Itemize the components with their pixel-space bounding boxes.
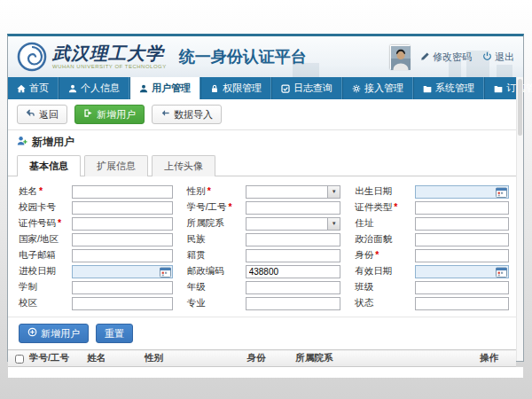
section-title: 新增用户 — [32, 135, 74, 150]
text-input[interactable] — [72, 185, 173, 199]
form-field: 国家/地区 — [19, 231, 173, 247]
date-input[interactable] — [416, 186, 508, 198]
form-field: 性别* ▼ — [187, 184, 341, 200]
platform-title: 统一身份认证平台 — [179, 46, 307, 67]
form-field: 电子邮箱 — [19, 247, 173, 263]
nav-tab-2[interactable]: 用户管理 — [129, 77, 200, 99]
nav-tab-4[interactable]: 日志查询 — [271, 77, 342, 99]
required-asterisk: * — [207, 185, 211, 196]
form-field: 证件类型* — [355, 200, 509, 215]
submit-button-label: 新增用户 — [41, 328, 80, 340]
field-label: 邮政编码 — [187, 265, 246, 278]
form-field: 所属院系 ▼ — [187, 215, 341, 231]
table-header-2[interactable]: 性别 — [143, 350, 245, 367]
building-silhouette — [293, 63, 319, 77]
nav-tab-icon — [17, 84, 26, 93]
field-label: 性别* — [187, 185, 246, 198]
text-input[interactable] — [415, 201, 509, 215]
select-value — [246, 218, 328, 230]
user-table: 学号/工号姓名性别身份所属院系操作 — [8, 349, 516, 367]
dropdown-arrow-icon[interactable]: ▼ — [327, 186, 340, 198]
text-input[interactable] — [72, 233, 173, 246]
required-asterisk: * — [58, 217, 61, 228]
select-all-checkbox[interactable] — [15, 355, 24, 364]
form-field: 校园卡号 — [19, 200, 173, 215]
field-label: 校园卡号 — [19, 201, 72, 214]
select-field[interactable]: ▼ — [246, 217, 341, 231]
nav-tab-3[interactable]: 权限管理 — [200, 77, 271, 99]
date-input[interactable] — [73, 266, 172, 278]
logout-label: 退出 — [495, 51, 514, 64]
select-field[interactable]: ▼ — [246, 185, 341, 199]
text-input[interactable] — [415, 281, 509, 294]
text-input[interactable] — [415, 297, 509, 310]
add-user-toolbar-button[interactable]: 新增用户 — [74, 105, 145, 124]
text-input[interactable] — [72, 281, 173, 294]
main-nav: 首页 个人信息 用户管理 权限管理 日志查询 接入管理 系统管理 订阅管理 — [8, 77, 523, 99]
form-column-3: 出生日期 证件类型* 住址 政治面貌 身份* 有效日期 班级 状态 — [355, 184, 509, 311]
submit-add-user-button[interactable]: 新增用户 — [19, 324, 89, 343]
nav-tab-label: 首页 — [29, 82, 49, 95]
data-import-button[interactable]: 数据导入 — [152, 105, 222, 124]
building-silhouette — [497, 65, 512, 77]
calendar-icon[interactable] — [496, 267, 507, 278]
vertical-scrollbar[interactable] — [516, 77, 523, 361]
form-field: 身份* — [355, 247, 509, 263]
form-field: 班级 — [355, 279, 509, 295]
text-input[interactable] — [72, 217, 173, 231]
reset-button[interactable]: 重置 — [96, 324, 133, 343]
calendar-icon[interactable] — [496, 187, 507, 198]
field-label: 证件类型* — [355, 201, 415, 214]
change-password-link[interactable]: 修改密码 — [420, 51, 472, 64]
field-label: 证件号码* — [19, 217, 72, 230]
text-input[interactable] — [415, 217, 509, 231]
nav-tab-6[interactable]: 系统管理 — [413, 77, 484, 99]
field-label: 民族 — [187, 233, 246, 246]
text-input[interactable] — [415, 233, 509, 246]
form-field: 有效日期 — [355, 263, 509, 279]
table-header-0[interactable]: 学号/工号 — [27, 350, 85, 367]
table-header-5[interactable]: 操作 — [478, 350, 516, 367]
nav-tab-1[interactable]: 个人信息 — [59, 77, 129, 99]
text-input[interactable] — [246, 249, 341, 262]
date-input[interactable] — [416, 266, 508, 278]
nav-tab-label: 权限管理 — [223, 82, 262, 95]
nav-tab-label: 用户管理 — [152, 82, 191, 95]
text-input[interactable] — [415, 249, 509, 262]
app-header: 武汉理工大学 WUHAN UNIVERSITY OF TECHNOLOGY 统一… — [8, 36, 523, 77]
text-input[interactable] — [72, 201, 173, 215]
dropdown-arrow-icon[interactable]: ▼ — [327, 218, 340, 230]
nav-tab-5[interactable]: 接入管理 — [342, 77, 413, 99]
field-label: 国家/地区 — [19, 233, 72, 246]
form-tab-1[interactable]: 扩展信息 — [84, 155, 148, 176]
form-tabs: 基本信息扩展信息上传头像 — [8, 154, 523, 176]
calendar-icon[interactable] — [160, 267, 171, 278]
text-input[interactable] — [246, 297, 341, 310]
university-name-en: WUHAN UNIVERSITY OF TECHNOLOGY — [52, 64, 167, 69]
table-header-1[interactable]: 姓名 — [85, 350, 143, 367]
table-empty-area — [8, 367, 523, 378]
text-input[interactable] — [72, 297, 173, 310]
nav-tab-icon — [210, 84, 219, 93]
form-tab-0[interactable]: 基本信息 — [17, 155, 81, 176]
scrollbar-thumb[interactable] — [518, 79, 522, 136]
table-header-3[interactable]: 身份 — [245, 350, 293, 367]
form-column-2: 性别* ▼ 学号/工号* 所属院系 ▼ 民族 籍贯 邮政编码 年级 专业 — [187, 184, 341, 311]
form-tab-2[interactable]: 上传头像 — [152, 155, 215, 176]
section-header: 新增用户 — [8, 129, 523, 154]
nav-tab-icon — [139, 84, 148, 93]
text-input[interactable] — [72, 249, 173, 262]
form-field: 政治面貌 — [355, 231, 509, 247]
back-button[interactable]: 返回 — [17, 105, 67, 124]
nav-tab-0[interactable]: 首页 — [8, 77, 59, 99]
text-input[interactable] — [246, 281, 341, 294]
table-header-4[interactable]: 所属院系 — [294, 350, 478, 367]
text-input[interactable] — [246, 233, 341, 246]
user-avatar[interactable] — [390, 45, 410, 69]
field-label: 学号/工号* — [187, 201, 246, 214]
text-input[interactable] — [246, 201, 341, 215]
field-label: 班级 — [355, 281, 415, 293]
nav-tab-7[interactable]: 订阅管理 — [484, 77, 532, 99]
form-field: 学制 — [19, 279, 173, 295]
text-input[interactable] — [246, 265, 341, 278]
